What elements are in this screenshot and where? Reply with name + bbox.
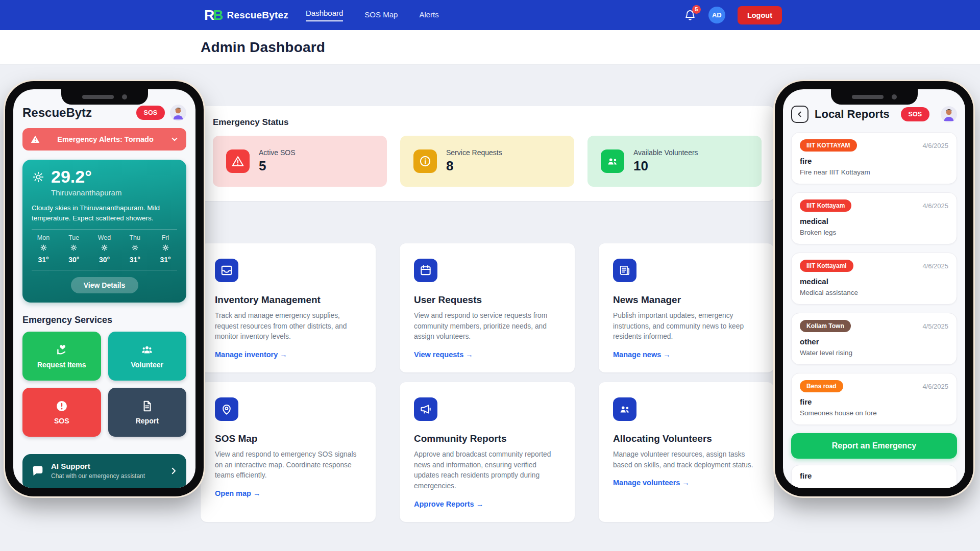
feature-title: Community Reports <box>414 433 560 444</box>
feature-cards-grid: Inventory Management Track and manage em… <box>201 243 774 522</box>
service-label: Report <box>136 417 159 425</box>
brand[interactable]: RB RescueBytez <box>204 8 288 22</box>
report-type: fire <box>800 157 948 165</box>
sun-icon <box>40 244 47 252</box>
chat-bubble-icon <box>31 464 45 478</box>
open-map-link[interactable]: Open map → <box>215 489 260 497</box>
feature-title: SOS Map <box>215 433 361 444</box>
feature-title: Inventory Management <box>215 294 361 306</box>
report-card[interactable]: IIIT Kottayam 4/6/2025 medical Broken le… <box>791 192 957 244</box>
forecast-day: Wed 30° <box>95 234 114 264</box>
nav-link-sos-map[interactable]: SOS Map <box>364 10 398 20</box>
alert-banner-text: Emergency Alerts: Tornado <box>41 135 170 143</box>
main-content: Emergency Status Active SOS 5 <box>201 106 774 551</box>
service-label: SOS <box>54 417 69 425</box>
report-date: 4/6/2025 <box>922 262 948 270</box>
forecast-day: Fri 31° <box>156 234 175 264</box>
feature-title: Allocating Volunteers <box>613 433 760 444</box>
report-date: 4/6/2025 <box>922 202 948 210</box>
phone-screen-local-reports: Local Reports SOS IIIT KOTTAYAM 4/6/2025 <box>783 89 965 488</box>
feature-description: Approve and broadcast community reported… <box>414 449 560 492</box>
feature-card-user-requests: User Requests View and respond to servic… <box>400 243 575 372</box>
feature-card-community-reports: Community Reports Approve and broadcast … <box>400 382 575 522</box>
sos-pill-button[interactable]: SOS <box>901 107 929 121</box>
phone-mockup-home: RescueBytz SOS <box>5 81 204 496</box>
report-date: 4/5/2025 <box>922 322 948 330</box>
users-icon <box>613 397 636 421</box>
weather-city: Thiruvananthapuram <box>51 188 121 197</box>
location-badge: IIIT Kottayam <box>800 199 851 212</box>
manage-news-link[interactable]: Manage news → <box>613 350 671 359</box>
phone-screen-home: RescueBytz SOS <box>13 89 195 488</box>
view-requests-link[interactable]: View requests → <box>414 350 473 359</box>
location-badge: IIIT KOTTAYAM <box>800 139 857 152</box>
report-date: 4/6/2025 <box>922 142 948 149</box>
nav-link-dashboard[interactable]: Dashboard <box>306 9 343 21</box>
emergency-alert-banner[interactable]: Emergency Alerts: Tornado <box>22 128 186 151</box>
manage-volunteers-link[interactable]: Manage volunteers → <box>613 479 690 487</box>
logout-button[interactable]: Logout <box>738 6 782 24</box>
view-details-button[interactable]: View Details <box>71 277 138 293</box>
admin-avatar[interactable]: AD <box>708 7 725 23</box>
hand-heart-icon <box>55 343 68 357</box>
location-badge: IIIT Kottayaml <box>800 260 853 272</box>
user-avatar[interactable] <box>170 105 186 121</box>
status-card-available-volunteers: Available Volunteers 10 <box>587 136 762 187</box>
report-type: fire <box>800 471 948 480</box>
chevron-down-icon[interactable] <box>170 135 179 144</box>
report-card-partial[interactable]: fire <box>791 465 957 488</box>
location-badge: Bens road <box>800 380 843 392</box>
forecast-day: Tue 30° <box>64 234 84 264</box>
ai-support-card[interactable]: AI Support Chat with our emergency assis… <box>22 454 186 488</box>
back-button[interactable] <box>791 106 808 123</box>
divider <box>32 229 177 230</box>
ai-support-subtitle: Chat with our emergency assistant <box>51 472 145 480</box>
divider <box>32 270 177 270</box>
calendar-icon <box>414 259 437 282</box>
feature-card-sos-map: SOS Map View and respond to emergency SO… <box>201 382 376 522</box>
notifications-bell-icon[interactable]: 5 <box>684 9 696 21</box>
user-avatar[interactable] <box>941 106 957 122</box>
approve-reports-link[interactable]: Approve Reports → <box>414 500 483 508</box>
location-badge: Kollam Town <box>800 320 851 332</box>
manage-inventory-link[interactable]: Manage inventory → <box>215 350 287 359</box>
sos-button[interactable]: SOS <box>22 388 101 437</box>
rescuebytez-logo-icon: RB <box>204 8 222 22</box>
volunteers-icon <box>140 343 154 357</box>
report-card[interactable]: IIIT KOTTAYAM 4/6/2025 fire Fire near II… <box>791 132 957 184</box>
report-card[interactable]: IIIT Kottayaml 4/6/2025 medical Medical … <box>791 253 957 305</box>
report-emergency-button[interactable]: Report an Emergency <box>791 433 957 459</box>
ai-support-title: AI Support <box>51 462 145 470</box>
forecast-day: Mon 31° <box>34 234 53 264</box>
feature-description: Manage volunteer resources, assign tasks… <box>613 449 760 470</box>
forecast-day: Thu 31° <box>125 234 144 264</box>
sun-icon <box>70 244 78 252</box>
emergency-status-panel: Emergency Status Active SOS 5 <box>201 106 774 201</box>
info-circle-icon <box>413 149 437 173</box>
page-header: Admin Dashboard <box>0 30 980 65</box>
report-card[interactable]: Bens road 4/6/2025 fire Someones house o… <box>791 373 957 425</box>
newspaper-icon <box>613 259 636 282</box>
report-card[interactable]: Kollam Town 4/5/2025 other Water level r… <box>791 313 957 365</box>
report-button[interactable]: Report <box>108 388 187 437</box>
status-card-value: 5 <box>259 158 296 174</box>
sos-pill-button[interactable]: SOS <box>136 106 165 120</box>
warning-triangle-icon <box>226 149 250 173</box>
emergency-status-title: Emergency Status <box>213 117 762 128</box>
report-description: Medical assistance <box>800 289 948 296</box>
request-items-button[interactable]: Request Items <box>22 332 101 381</box>
sun-icon <box>131 244 139 252</box>
nav-link-alerts[interactable]: Alerts <box>419 10 438 20</box>
document-icon <box>140 399 154 413</box>
emergency-services-title: Emergency Services <box>22 315 186 325</box>
app-name: RescueBytz <box>22 106 136 120</box>
report-type: medical <box>800 217 948 226</box>
report-description: Fire near IIIT Kottayam <box>800 168 948 176</box>
sun-icon <box>162 244 169 252</box>
chevron-left-icon <box>796 110 804 118</box>
sun-icon <box>32 170 45 184</box>
page-title: Admin Dashboard <box>201 39 325 56</box>
volunteer-button[interactable]: Volunteer <box>108 332 187 381</box>
feature-description: View and respond to service requests fro… <box>414 311 560 342</box>
report-type: fire <box>800 397 948 406</box>
